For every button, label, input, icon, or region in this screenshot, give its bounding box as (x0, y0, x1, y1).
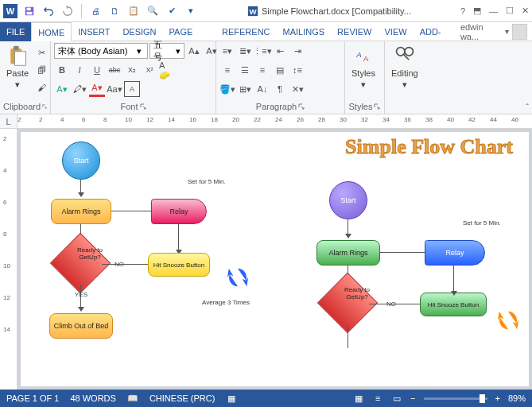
borders-icon[interactable]: ⊞▾ (237, 81, 253, 97)
multilevel-icon[interactable]: ⋮≡▾ (254, 43, 270, 59)
justify-icon[interactable]: ▤ (272, 62, 288, 78)
maximize-icon[interactable]: ☐ (506, 6, 514, 16)
strike-button[interactable]: abc (107, 62, 122, 78)
shape-relay: Relay (151, 199, 207, 224)
tab-review[interactable]: REVIEW (331, 22, 378, 41)
align-left-icon[interactable]: ≡ (219, 62, 235, 78)
save-icon[interactable] (22, 4, 37, 18)
page-indicator[interactable]: PAGE 1 OF 1 (6, 393, 59, 403)
bullets-icon[interactable]: ≡▾ (219, 43, 235, 59)
show-marks-icon[interactable]: ¶ (272, 81, 288, 97)
ribbon: Paste▾ ✂ 🗐 🖌 Clipboard 宋体 (Body Asian)▾ … (0, 41, 532, 114)
copy-icon[interactable]: 🗐 (33, 62, 49, 78)
undo-icon[interactable] (41, 4, 56, 18)
shading-icon[interactable]: 🪣▾ (219, 81, 235, 97)
bold-button[interactable]: B (54, 62, 70, 78)
paragraph-group-label: Paragraph (219, 101, 341, 112)
zoom-out-icon[interactable]: − (410, 393, 415, 403)
avatar (512, 24, 527, 40)
font-name-select[interactable]: 宋体 (Body Asian)▾ (54, 43, 148, 59)
clear-format-icon[interactable]: A🧽 (159, 62, 175, 78)
zoom-slider[interactable] (424, 397, 487, 400)
cycle-arrows-icon (496, 308, 520, 334)
ruler-corner: L (0, 114, 17, 128)
styles-label: Styles (351, 68, 375, 78)
tab-insert[interactable]: INSERT (72, 22, 116, 41)
font-color-icon[interactable]: A▾ (89, 81, 105, 97)
label-yes: YES (75, 291, 87, 298)
spellcheck-icon[interactable]: 📖 (127, 393, 138, 404)
help-icon[interactable]: ? (460, 6, 465, 16)
shape-start: Start (62, 141, 100, 180)
document-page[interactable]: Simple Flow Chart Start Alarm Rings Rela… (21, 132, 529, 386)
tab-design[interactable]: DESIGN (116, 22, 162, 41)
tab-home[interactable]: HOME (31, 22, 72, 41)
print-layout-icon[interactable]: ≡ (372, 393, 383, 404)
svg-text:A: A (355, 50, 361, 59)
qat-dropdown-icon[interactable]: ▾ (184, 4, 198, 18)
user-area[interactable]: edwin wa... ▾ (460, 22, 532, 41)
editing-label: Editing (391, 68, 418, 78)
tab-pagelayout[interactable]: PAGE LAY (163, 22, 216, 41)
asian-layout-icon[interactable]: ✕▾ (289, 81, 305, 97)
cycle-arrows-icon (226, 266, 250, 291)
styles-group-label: Styles (348, 101, 381, 112)
macro-icon[interactable]: ▦ (226, 393, 237, 404)
shape-relay-r: Relay (425, 240, 485, 266)
superscript-button[interactable]: X² (142, 62, 157, 78)
align-right-icon[interactable]: ≡ (254, 62, 270, 78)
qat-icon[interactable]: 🔍 (146, 4, 160, 18)
decrease-indent-icon[interactable]: ⇤ (272, 43, 288, 59)
doc-title-text: Simple Flowchart.docx [Compatibility... (262, 6, 411, 16)
minimize-icon[interactable]: — (489, 6, 498, 16)
numbering-icon[interactable]: ≣▾ (237, 43, 253, 59)
highlight-icon[interactable]: 🖍▾ (72, 81, 87, 97)
sort-icon[interactable]: A↓ (254, 81, 270, 97)
label-set: Set for 5 Min. (188, 178, 226, 185)
collapse-ribbon-icon[interactable]: ˆ (526, 103, 529, 112)
shape-alarm: Alarm Rings (51, 199, 111, 224)
tab-mailings[interactable]: MAILINGS (277, 22, 332, 41)
redo-icon[interactable] (60, 4, 75, 18)
text-effects-icon[interactable]: A▾ (54, 81, 70, 97)
italic-button[interactable]: I (72, 62, 87, 78)
change-case-icon[interactable]: Aa▾ (107, 81, 122, 97)
svg-rect-2 (27, 11, 33, 14)
shape-decision-r: Ready to GetUp? (326, 281, 369, 324)
styles-button[interactable]: AAStyles▾ (348, 43, 379, 91)
tab-references[interactable]: REFERENC (216, 22, 277, 41)
paste-label: Paste (6, 68, 29, 78)
qat-icon[interactable]: 🗋 (107, 4, 122, 18)
shape-hit-r: Hit Snooze Button (420, 293, 487, 316)
line-spacing-icon[interactable]: ↕≡ (289, 62, 305, 78)
language-indicator[interactable]: CHINESE (PRC) (150, 393, 216, 403)
underline-button[interactable]: U (89, 62, 105, 78)
close-icon[interactable]: ✕ (522, 6, 529, 16)
editing-button[interactable]: Editing▾ (388, 43, 421, 91)
statusbar: PAGE 1 OF 1 48 WORDS 📖 CHINESE (PRC) ▦ ▦… (0, 390, 532, 407)
zoom-level[interactable]: 89% (508, 393, 526, 403)
format-painter-icon[interactable]: 🖌 (33, 79, 49, 95)
read-mode-icon[interactable]: ▦ (353, 393, 364, 404)
svg-text:W: W (249, 6, 257, 15)
grow-font-icon[interactable]: A▴ (186, 43, 202, 59)
word-count[interactable]: 48 WORDS (70, 393, 115, 403)
align-center-icon[interactable]: ☰ (237, 62, 253, 78)
titlebar: W 🖨 🗋 📋 🔍 ✔ ▾ W Simple Flowchart.docx [C… (0, 0, 532, 22)
clipboard-group-label: Clipboard (3, 101, 47, 112)
tab-view[interactable]: VIEW (379, 22, 414, 41)
qat-icon[interactable]: 📋 (126, 4, 141, 18)
paste-button[interactable]: Paste▾ (3, 43, 32, 91)
char-border-icon[interactable]: A (124, 81, 140, 97)
qat-icon[interactable]: 🖨 (88, 4, 103, 18)
subscript-button[interactable]: X₂ (124, 62, 140, 78)
font-size-select[interactable]: 五号▾ (150, 43, 184, 59)
cut-icon[interactable]: ✂ (33, 45, 49, 60)
tab-addins[interactable]: ADD-INS (414, 22, 460, 41)
tab-file[interactable]: FILE (0, 22, 31, 41)
zoom-in-icon[interactable]: + (495, 393, 500, 403)
web-layout-icon[interactable]: ▭ (391, 393, 402, 404)
qat-icon[interactable]: ✔ (165, 4, 179, 18)
increase-indent-icon[interactable]: ⇥ (289, 43, 305, 59)
ribbon-display-icon[interactable]: ⬒ (473, 6, 481, 16)
